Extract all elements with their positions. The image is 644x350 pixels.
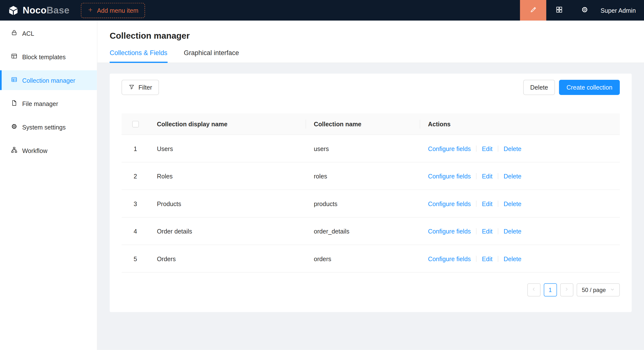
table-row: 3 Products products Configure fields Edi… (122, 190, 620, 218)
action-divider (498, 255, 498, 262)
main-area: Collection manager Collections & Fields … (97, 21, 644, 350)
file-icon (11, 100, 18, 108)
add-menu-item-label: Add menu item (97, 7, 138, 14)
add-menu-item-button[interactable]: Add menu item (81, 3, 145, 18)
collections-card: Filter Delete Create collection Collecti… (110, 74, 632, 312)
row-index: 5 (122, 255, 149, 262)
logo-text-secondary: Base (46, 5, 70, 16)
cube-logo-icon (8, 5, 19, 16)
collection-display-name-cell: Orders (149, 255, 306, 262)
action-divider (476, 228, 476, 234)
chevron-down-icon (610, 287, 615, 293)
table-row: 4 Order details order_details Configure … (122, 218, 620, 245)
sidebar-item-label: File manager (22, 100, 58, 107)
delete-button[interactable]: Delete (523, 80, 555, 95)
lock-icon (11, 29, 18, 38)
settings-sidebar: ACL Block templates Collection manager F… (0, 21, 97, 350)
action-divider (476, 173, 476, 179)
configure-fields-link[interactable]: Configure fields (428, 255, 471, 262)
row-actions: Configure fields Edit Delete (420, 228, 620, 235)
ui-editor-button[interactable] (520, 0, 546, 21)
collection-name-cell: orders (306, 255, 420, 262)
action-divider (498, 200, 498, 207)
gear-icon (581, 6, 588, 15)
sidebar-item-file-manager[interactable]: File manager (0, 94, 97, 114)
page-size-select[interactable]: 50 / page (576, 283, 620, 296)
tab-bar: Collections & Fields Graphical interface (110, 50, 632, 63)
collection-display-name-cell: Users (149, 145, 306, 152)
chevron-left-icon (531, 287, 536, 293)
collections-table: Collection display name Collection name … (122, 114, 620, 273)
select-all-checkbox[interactable] (132, 121, 139, 127)
sidebar-item-block-templates[interactable]: Block templates (0, 47, 97, 67)
table-row: 2 Roles roles Configure fields Edit Dele… (122, 163, 620, 190)
screen: NocoBase Add menu item (0, 0, 644, 350)
table-row: 1 Users users Configure fields Edit Dele… (122, 135, 620, 163)
header-checkbox-cell (122, 114, 149, 135)
logo-text: NocoBase (22, 5, 70, 16)
tab-collections-fields[interactable]: Collections & Fields (110, 50, 168, 63)
column-header-collection-name: Collection name (306, 114, 420, 135)
edit-link[interactable]: Edit (482, 200, 492, 207)
delete-link[interactable]: Delete (504, 145, 522, 152)
row-actions: Configure fields Edit Delete (420, 145, 620, 152)
table-header-row: Collection display name Collection name … (122, 114, 620, 135)
configure-fields-link[interactable]: Configure fields (428, 228, 471, 235)
sidebar-item-label: Block templates (22, 53, 66, 61)
row-index: 3 (122, 200, 149, 207)
delete-link[interactable]: Delete (504, 255, 522, 262)
edit-link[interactable]: Edit (482, 173, 492, 180)
sidebar-item-label: System settings (22, 124, 66, 131)
prev-page-button[interactable] (527, 283, 540, 296)
edit-link[interactable]: Edit (482, 255, 492, 262)
next-page-button[interactable] (560, 283, 573, 296)
user-menu[interactable]: Super Admin (597, 7, 644, 14)
table-row: 5 Orders orders Configure fields Edit De… (122, 245, 620, 273)
page-title: Collection manager (110, 31, 632, 41)
tab-graphical-interface[interactable]: Graphical interface (184, 50, 239, 63)
row-index: 1 (122, 145, 149, 152)
collection-name-cell: products (306, 200, 420, 207)
logo-text-primary: Noco (22, 5, 46, 16)
delete-link[interactable]: Delete (504, 228, 522, 235)
sidebar-item-label: ACL (22, 30, 34, 37)
sidebar-item-collection-manager[interactable]: Collection manager (0, 70, 97, 90)
toolbar-right-group: Delete Create collection (523, 80, 620, 95)
page-header: Collection manager Collections & Fields … (97, 21, 644, 63)
edit-link[interactable]: Edit (482, 145, 492, 152)
page-size-value: 50 / page (582, 287, 606, 293)
delete-link[interactable]: Delete (504, 173, 522, 180)
row-actions: Configure fields Edit Delete (420, 255, 620, 262)
action-divider (498, 228, 498, 234)
workflow-icon (11, 146, 18, 155)
sidebar-item-acl[interactable]: ACL (0, 24, 97, 43)
action-divider (476, 255, 476, 262)
page-1-button[interactable]: 1 (544, 283, 557, 296)
create-collection-button[interactable]: Create collection (559, 80, 620, 95)
layout-icon (11, 53, 18, 61)
row-actions: Configure fields Edit Delete (420, 200, 620, 207)
app-window: NocoBase Add menu item (0, 0, 644, 350)
settings-button[interactable] (572, 0, 597, 21)
delete-link[interactable]: Delete (504, 200, 522, 207)
sidebar-item-workflow[interactable]: Workflow (0, 141, 97, 161)
configure-fields-link[interactable]: Configure fields (428, 200, 471, 207)
action-divider (476, 145, 476, 152)
filter-button-label: Filter (138, 84, 152, 91)
collection-name-cell: roles (306, 173, 420, 180)
column-header-actions: Actions (420, 114, 620, 135)
collection-name-cell: users (306, 145, 420, 152)
sidebar-item-system-settings[interactable]: System settings (0, 117, 97, 137)
plugins-button[interactable] (546, 0, 572, 21)
table-icon (11, 76, 18, 85)
grid-apps-icon (555, 6, 563, 15)
edit-link[interactable]: Edit (482, 228, 492, 235)
row-index: 4 (122, 228, 149, 235)
filter-button[interactable]: Filter (122, 80, 159, 95)
chevron-right-icon (564, 287, 570, 293)
configure-fields-link[interactable]: Configure fields (428, 173, 471, 180)
nocobase-logo[interactable]: NocoBase (0, 5, 70, 16)
table-toolbar: Filter Delete Create collection (122, 80, 620, 95)
configure-fields-link[interactable]: Configure fields (428, 145, 471, 152)
highlighter-pen-icon (529, 6, 537, 15)
